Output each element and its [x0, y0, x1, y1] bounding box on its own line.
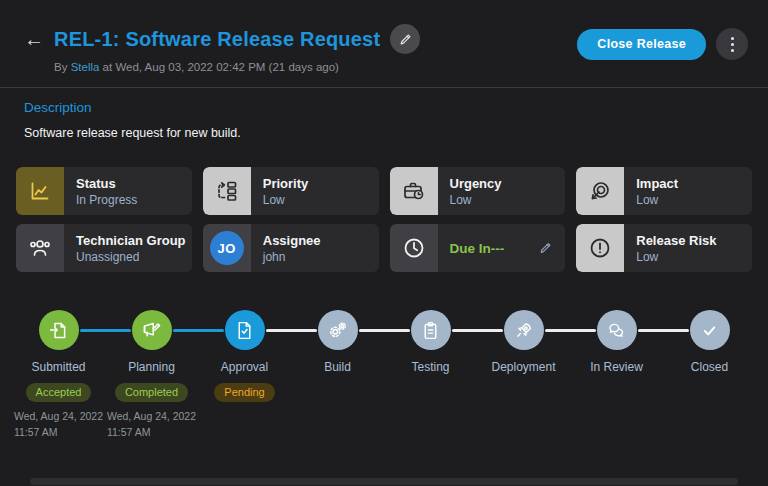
- header-actions: Close Release: [577, 24, 748, 60]
- card-title: Status: [76, 176, 137, 191]
- impact-card[interactable]: Impact Low: [576, 167, 752, 215]
- assignee-avatar: JO: [203, 224, 251, 272]
- step-date: Wed, Aug 24, 2022 11:57 AM: [107, 409, 196, 441]
- connector: [359, 329, 410, 332]
- card-title: Technician Group: [76, 233, 186, 248]
- title-row: ← REL-1: Software Release Request: [24, 24, 420, 54]
- status-badge: Accepted: [26, 383, 92, 402]
- card-value: Unassigned: [76, 250, 186, 264]
- avatar: JO: [210, 231, 244, 265]
- description-section: Description Software release request for…: [0, 88, 768, 140]
- author-link[interactable]: Stella: [71, 61, 100, 73]
- alert-circle-icon: [576, 224, 624, 272]
- connector: [266, 329, 317, 332]
- release-risk-card[interactable]: Release Risk Low: [576, 224, 752, 272]
- card-value: john: [263, 250, 321, 264]
- step-label: Planning: [128, 360, 175, 374]
- gears-icon: [318, 310, 358, 350]
- workflow-icon: [203, 167, 251, 215]
- byline-rest: at Wed, Aug 03, 2022 02:42 PM (21 days a…: [99, 61, 339, 73]
- people-group-icon: [16, 224, 64, 272]
- step-label: In Review: [590, 360, 643, 374]
- pencil-icon: [538, 241, 553, 256]
- briefcase-clock-icon: [390, 167, 438, 215]
- header: ← REL-1: Software Release Request By Ste…: [0, 0, 768, 73]
- release-stage-timeline: Submitted Accepted Wed, Aug 24, 2022 11:…: [12, 310, 756, 441]
- connector: [80, 329, 131, 332]
- check-icon: [690, 310, 730, 350]
- edit-due-date-button[interactable]: [538, 241, 553, 256]
- card-value: Low: [636, 250, 716, 264]
- status-card[interactable]: Status In Progress: [16, 167, 192, 215]
- step-label: Deployment: [491, 360, 555, 374]
- clock-icon: [390, 224, 438, 272]
- horizontal-scrollbar[interactable]: [30, 478, 738, 485]
- chart-line-icon: [16, 167, 64, 215]
- connector: [638, 329, 689, 332]
- pencil-icon: [398, 32, 413, 47]
- step-label: Approval: [221, 360, 268, 374]
- card-title: Impact: [636, 176, 678, 191]
- status-badge: Completed: [115, 383, 188, 402]
- step-label: Closed: [691, 360, 728, 374]
- description-heading: Description: [24, 100, 744, 115]
- plan-edit-icon: [132, 310, 172, 350]
- rocket-icon: [504, 310, 544, 350]
- edit-title-button[interactable]: [390, 24, 420, 54]
- close-release-button[interactable]: Close Release: [577, 29, 706, 60]
- card-value: In Progress: [76, 193, 137, 207]
- description-body: Software release request for new build.: [24, 126, 744, 140]
- priority-card[interactable]: Priority Low: [203, 167, 379, 215]
- step-label: Testing: [411, 360, 449, 374]
- document-import-icon: [39, 310, 79, 350]
- due-in-value: Due In---: [450, 241, 505, 256]
- byline-prefix: By: [54, 61, 71, 73]
- step-date: Wed, Aug 24, 2022 11:57 AM: [14, 409, 103, 441]
- card-title: Urgency: [450, 176, 502, 191]
- back-arrow-icon[interactable]: ←: [24, 29, 44, 49]
- card-value: Low: [263, 193, 309, 207]
- header-left: ← REL-1: Software Release Request By Ste…: [24, 24, 420, 73]
- step-label: Build: [324, 360, 351, 374]
- technician-group-card[interactable]: Technician Group Unassigned: [16, 224, 192, 272]
- assignee-card[interactable]: JO Assignee john: [203, 224, 379, 272]
- due-in-card[interactable]: Due In---: [390, 224, 566, 272]
- kebab-menu-icon: [731, 37, 734, 40]
- card-title: Assignee: [263, 233, 321, 248]
- step-closed[interactable]: Closed: [663, 310, 756, 441]
- document-check-icon: [225, 310, 265, 350]
- target-arrow-icon: [576, 167, 624, 215]
- card-value: Low: [450, 193, 502, 207]
- page-title: REL-1: Software Release Request: [54, 28, 380, 51]
- card-value: Low: [636, 193, 678, 207]
- status-badge: Pending: [214, 383, 274, 402]
- card-title: Release Risk: [636, 233, 716, 248]
- card-title: Priority: [263, 176, 309, 191]
- connector: [452, 329, 503, 332]
- chat-bubbles-icon: [597, 310, 637, 350]
- connector: [545, 329, 596, 332]
- property-cards: Status In Progress Priority Low Urgency …: [16, 167, 752, 272]
- byline: By Stella at Wed, Aug 03, 2022 02:42 PM …: [54, 61, 420, 73]
- connector: [173, 329, 224, 332]
- urgency-card[interactable]: Urgency Low: [390, 167, 566, 215]
- step-label: Submitted: [31, 360, 85, 374]
- clipboard-icon: [411, 310, 451, 350]
- more-actions-button[interactable]: [716, 28, 748, 60]
